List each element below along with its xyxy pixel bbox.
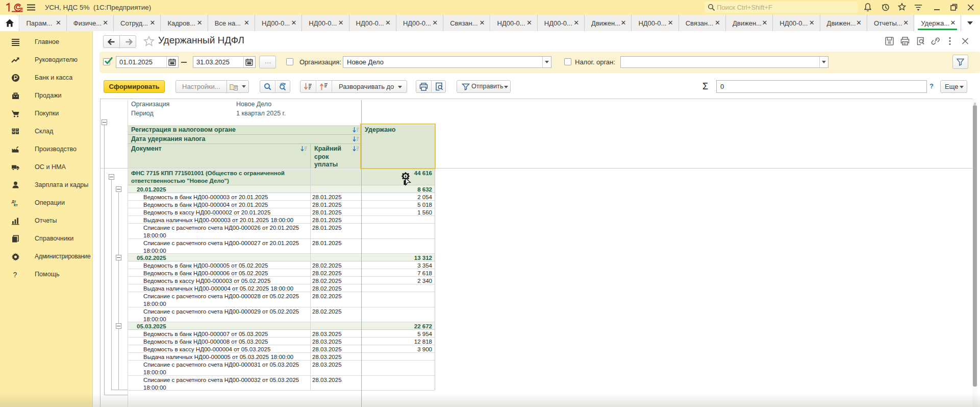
svg-text:Кт: Кт xyxy=(14,203,18,207)
svg-text:?: ? xyxy=(13,271,17,279)
